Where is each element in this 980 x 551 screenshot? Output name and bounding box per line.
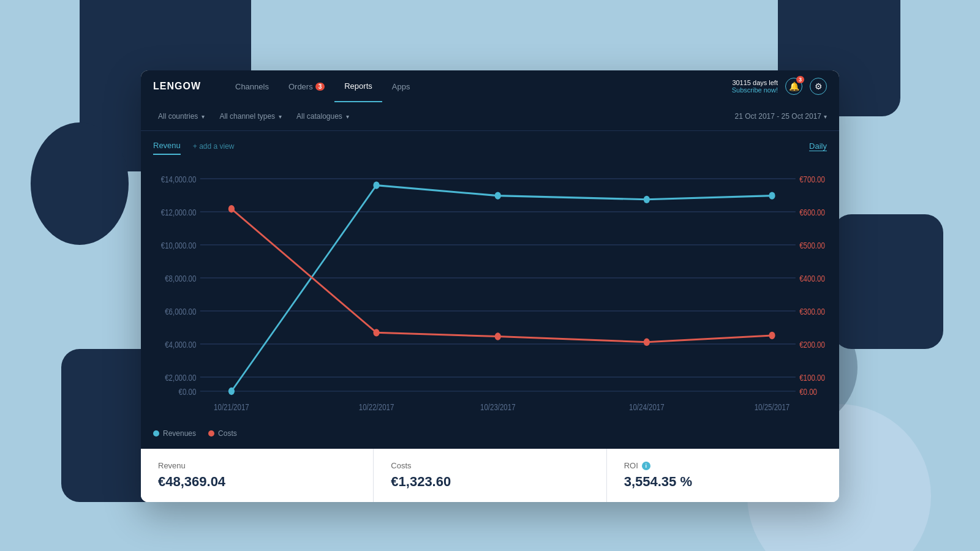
stat-revenu-label: Revenu — [158, 461, 356, 470]
period-selector[interactable]: Daily — [809, 141, 827, 151]
stats-bar: Revenu €48,369.04 Costs €1,323.60 ROI i … — [141, 449, 839, 502]
add-view-button[interactable]: + add a view — [193, 142, 235, 151]
legend-revenues: Revenues — [153, 429, 196, 438]
chart-container: €14,000.00 €12,000.00 €10,000.00 €8,000.… — [153, 160, 827, 424]
svg-text:€600.00: €600.00 — [799, 208, 825, 217]
stat-roi-value: 3,554.35 % — [624, 474, 822, 490]
svg-point-32 — [644, 196, 650, 203]
chart-section: Revenu + add a view Daily — [141, 131, 839, 449]
svg-text:€100.00: €100.00 — [799, 373, 825, 383]
svg-text:€4,000.00: €4,000.00 — [165, 340, 196, 350]
svg-point-30 — [373, 181, 379, 189]
svg-point-35 — [373, 329, 379, 336]
nav-item-apps[interactable]: Apps — [382, 70, 420, 102]
channel-types-filter[interactable]: All channel types ▾ — [214, 110, 287, 123]
stat-costs-label: Costs — [391, 461, 589, 470]
svg-text:€0.00: €0.00 — [179, 387, 197, 397]
svg-text:€8,000.00: €8,000.00 — [165, 274, 196, 283]
catalogues-filter[interactable]: All catalogues ▾ — [292, 110, 354, 123]
svg-text:€2,000.00: €2,000.00 — [165, 373, 196, 383]
svg-text:€500.00: €500.00 — [799, 241, 825, 250]
chevron-down-icon: ▾ — [202, 113, 205, 120]
svg-point-29 — [228, 388, 235, 395]
subscription-info: 30115 days left Subscribe now! — [732, 79, 778, 94]
main-content: All countries ▾ All channel types ▾ All … — [141, 102, 839, 449]
svg-text:€200.00: €200.00 — [799, 340, 825, 350]
svg-point-31 — [495, 192, 501, 199]
svg-point-38 — [769, 332, 775, 339]
notification-badge: 3 — [796, 76, 804, 83]
svg-text:10/23/2017: 10/23/2017 — [480, 402, 516, 412]
svg-text:€14,000.00: €14,000.00 — [161, 174, 197, 184]
svg-text:€10,000.00: €10,000.00 — [161, 241, 197, 250]
svg-text:€700.00: €700.00 — [799, 174, 825, 184]
notification-icon[interactable]: 🔔 3 — [785, 78, 802, 95]
tab-revenu[interactable]: Revenu — [153, 137, 181, 155]
logo: LENGOW — [153, 81, 201, 92]
svg-text:€300.00: €300.00 — [799, 307, 825, 317]
nav-item-reports[interactable]: Reports — [334, 70, 382, 102]
navbar: LENGOW Channels Orders 3 Reports Apps 30… — [141, 70, 839, 102]
svg-point-33 — [769, 192, 775, 199]
chevron-down-icon: ▾ — [346, 113, 349, 120]
orders-badge: 3 — [315, 83, 325, 91]
chevron-down-icon: ▾ — [279, 113, 282, 120]
countries-filter[interactable]: All countries ▾ — [153, 110, 209, 123]
svg-text:10/25/2017: 10/25/2017 — [755, 402, 790, 412]
svg-point-34 — [228, 205, 235, 212]
chart-legend: Revenues Costs — [153, 424, 827, 443]
svg-point-37 — [644, 339, 650, 346]
filter-bar: All countries ▾ All channel types ▾ All … — [141, 102, 839, 131]
legend-costs: Costs — [208, 429, 237, 438]
svg-text:10/22/2017: 10/22/2017 — [359, 402, 394, 412]
svg-point-36 — [495, 332, 501, 340]
chart-tabs: Revenu + add a view Daily — [153, 131, 827, 155]
revenue-dot — [153, 430, 159, 437]
stat-costs-value: €1,323.60 — [391, 474, 589, 490]
stat-revenu-value: €48,369.04 — [158, 474, 356, 490]
costs-dot — [208, 430, 214, 437]
app-window: LENGOW Channels Orders 3 Reports Apps 30… — [141, 70, 839, 502]
chart-svg: €14,000.00 €12,000.00 €10,000.00 €8,000.… — [153, 160, 827, 424]
chevron-down-icon: ▾ — [824, 113, 827, 120]
settings-icon[interactable]: ⚙ — [810, 78, 827, 95]
svg-text:€400.00: €400.00 — [799, 274, 825, 283]
stat-costs: Costs €1,323.60 — [374, 449, 606, 502]
svg-text:€12,000.00: €12,000.00 — [161, 208, 197, 217]
svg-text:€6,000.00: €6,000.00 — [165, 307, 196, 317]
nav-right: 30115 days left Subscribe now! 🔔 3 ⚙ — [732, 78, 827, 95]
stat-roi-label: ROI i — [624, 461, 822, 470]
roi-info-icon[interactable]: i — [642, 462, 650, 470]
svg-text:10/21/2017: 10/21/2017 — [214, 402, 249, 412]
svg-text:€0.00: €0.00 — [799, 387, 817, 397]
nav-item-orders[interactable]: Orders 3 — [279, 70, 334, 102]
nav-item-channels[interactable]: Channels — [225, 70, 279, 102]
stat-roi: ROI i 3,554.35 % — [607, 449, 839, 502]
svg-text:10/24/2017: 10/24/2017 — [629, 402, 665, 412]
date-range-filter[interactable]: 21 Oct 2017 - 25 Oct 2017 ▾ — [735, 112, 827, 121]
stat-revenu: Revenu €48,369.04 — [141, 449, 374, 502]
nav-items: Channels Orders 3 Reports Apps — [225, 70, 732, 102]
